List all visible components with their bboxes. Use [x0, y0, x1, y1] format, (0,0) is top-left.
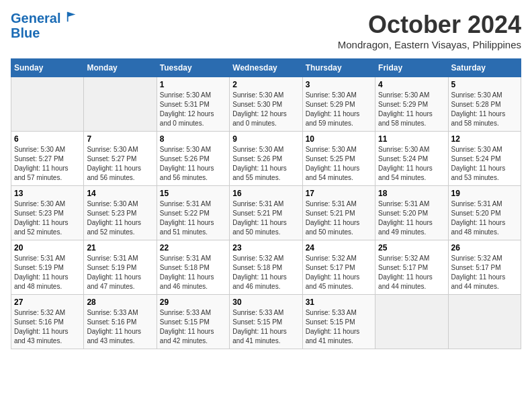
- logo-flag-icon: [66, 11, 78, 23]
- day-number: 2: [232, 80, 299, 89]
- day-info: Sunrise: 5:33 AM Sunset: 5:16 PM Dayligh…: [87, 308, 153, 346]
- day-number: 17: [306, 189, 372, 198]
- day-number: 26: [451, 243, 518, 253]
- calendar-cell: 25Sunrise: 5:32 AM Sunset: 5:17 PM Dayli…: [375, 240, 448, 295]
- month-title: October 2024: [338, 11, 521, 39]
- day-number: 31: [306, 298, 372, 307]
- calendar-cell: 22Sunrise: 5:31 AM Sunset: 5:18 PM Dayli…: [157, 240, 229, 295]
- calendar-cell: 9Sunrise: 5:30 AM Sunset: 5:26 PM Daylig…: [230, 132, 302, 186]
- day-info: Sunrise: 5:32 AM Sunset: 5:17 PM Dayligh…: [306, 254, 372, 291]
- header-day-wednesday: Wednesday: [230, 59, 302, 77]
- day-info: Sunrise: 5:32 AM Sunset: 5:16 PM Dayligh…: [14, 308, 81, 346]
- calendar-cell: 11Sunrise: 5:30 AM Sunset: 5:24 PM Dayli…: [375, 132, 448, 186]
- day-number: 28: [87, 298, 153, 307]
- day-info: Sunrise: 5:30 AM Sunset: 5:24 PM Dayligh…: [378, 145, 445, 183]
- day-number: 3: [306, 80, 372, 89]
- calendar-cell: 7Sunrise: 5:30 AM Sunset: 5:27 PM Daylig…: [84, 132, 157, 186]
- calendar-cell: 18Sunrise: 5:31 AM Sunset: 5:20 PM Dayli…: [375, 186, 448, 240]
- day-info: Sunrise: 5:31 AM Sunset: 5:19 PM Dayligh…: [87, 254, 153, 291]
- day-number: 29: [160, 298, 226, 307]
- calendar-cell: 3Sunrise: 5:30 AM Sunset: 5:29 PM Daylig…: [302, 77, 375, 132]
- calendar-cell: 16Sunrise: 5:31 AM Sunset: 5:21 PM Dayli…: [230, 186, 302, 240]
- day-info: Sunrise: 5:31 AM Sunset: 5:21 PM Dayligh…: [232, 199, 299, 237]
- day-info: Sunrise: 5:30 AM Sunset: 5:26 PM Dayligh…: [232, 145, 299, 183]
- calendar-cell: 31Sunrise: 5:33 AM Sunset: 5:15 PM Dayli…: [302, 295, 375, 349]
- calendar-cell: [11, 77, 84, 132]
- day-info: Sunrise: 5:31 AM Sunset: 5:21 PM Dayligh…: [306, 199, 372, 237]
- day-info: Sunrise: 5:32 AM Sunset: 5:18 PM Dayligh…: [232, 254, 299, 291]
- day-number: 22: [160, 243, 226, 253]
- day-info: Sunrise: 5:31 AM Sunset: 5:19 PM Dayligh…: [14, 254, 81, 291]
- day-number: 14: [87, 189, 153, 198]
- day-info: Sunrise: 5:30 AM Sunset: 5:30 PM Dayligh…: [232, 91, 299, 128]
- day-info: Sunrise: 5:31 AM Sunset: 5:22 PM Dayligh…: [160, 199, 226, 237]
- day-number: 13: [14, 189, 81, 198]
- calendar-cell: 13Sunrise: 5:30 AM Sunset: 5:23 PM Dayli…: [11, 186, 84, 240]
- day-info: Sunrise: 5:31 AM Sunset: 5:20 PM Dayligh…: [378, 199, 445, 237]
- calendar-cell: 4Sunrise: 5:30 AM Sunset: 5:29 PM Daylig…: [375, 77, 448, 132]
- calendar-cell: 1Sunrise: 5:30 AM Sunset: 5:31 PM Daylig…: [157, 77, 229, 132]
- calendar-cell: 17Sunrise: 5:31 AM Sunset: 5:21 PM Dayli…: [302, 186, 375, 240]
- day-number: 8: [160, 134, 226, 144]
- day-info: Sunrise: 5:32 AM Sunset: 5:17 PM Dayligh…: [378, 254, 445, 291]
- title-area: October 2024 Mondragon, Eastern Visayas,…: [338, 11, 521, 50]
- header-day-monday: Monday: [84, 59, 157, 77]
- calendar-cell: [84, 77, 157, 132]
- day-info: Sunrise: 5:30 AM Sunset: 5:23 PM Dayligh…: [87, 199, 153, 237]
- calendar-table: SundayMondayTuesdayWednesdayThursdayFrid…: [11, 58, 521, 349]
- day-info: Sunrise: 5:31 AM Sunset: 5:18 PM Dayligh…: [160, 254, 226, 291]
- day-number: 18: [378, 189, 445, 198]
- calendar-cell: 14Sunrise: 5:30 AM Sunset: 5:23 PM Dayli…: [84, 186, 157, 240]
- week-row-1: 1Sunrise: 5:30 AM Sunset: 5:31 PM Daylig…: [11, 77, 521, 132]
- day-info: Sunrise: 5:30 AM Sunset: 5:27 PM Dayligh…: [87, 145, 153, 183]
- header-day-friday: Friday: [375, 59, 448, 77]
- calendar-cell: 20Sunrise: 5:31 AM Sunset: 5:19 PM Dayli…: [11, 240, 84, 295]
- day-number: 1: [160, 80, 226, 89]
- day-number: 25: [378, 243, 445, 253]
- header-day-tuesday: Tuesday: [157, 59, 229, 77]
- day-info: Sunrise: 5:30 AM Sunset: 5:28 PM Dayligh…: [451, 91, 518, 128]
- day-info: Sunrise: 5:31 AM Sunset: 5:20 PM Dayligh…: [451, 199, 518, 237]
- calendar-cell: 24Sunrise: 5:32 AM Sunset: 5:17 PM Dayli…: [302, 240, 375, 295]
- day-number: 5: [451, 80, 518, 89]
- day-info: Sunrise: 5:33 AM Sunset: 5:15 PM Dayligh…: [232, 308, 299, 346]
- day-number: 20: [14, 243, 81, 253]
- day-number: 24: [306, 243, 372, 253]
- week-row-2: 6Sunrise: 5:30 AM Sunset: 5:27 PM Daylig…: [11, 132, 521, 186]
- header-day-thursday: Thursday: [302, 59, 375, 77]
- week-row-4: 20Sunrise: 5:31 AM Sunset: 5:19 PM Dayli…: [11, 240, 521, 295]
- calendar-cell: 21Sunrise: 5:31 AM Sunset: 5:19 PM Dayli…: [84, 240, 157, 295]
- day-number: 21: [87, 243, 153, 253]
- day-info: Sunrise: 5:30 AM Sunset: 5:27 PM Dayligh…: [14, 145, 81, 183]
- header: General Blue October 2024 Mondragon, Eas…: [11, 11, 521, 50]
- day-number: 27: [14, 298, 81, 307]
- calendar-cell: 8Sunrise: 5:30 AM Sunset: 5:26 PM Daylig…: [157, 132, 229, 186]
- calendar-cell: 5Sunrise: 5:30 AM Sunset: 5:28 PM Daylig…: [448, 77, 521, 132]
- calendar-cell: 6Sunrise: 5:30 AM Sunset: 5:27 PM Daylig…: [11, 132, 84, 186]
- day-info: Sunrise: 5:33 AM Sunset: 5:15 PM Dayligh…: [306, 308, 372, 346]
- calendar-cell: 10Sunrise: 5:30 AM Sunset: 5:25 PM Dayli…: [302, 132, 375, 186]
- day-number: 12: [451, 134, 518, 144]
- calendar-cell: [448, 295, 521, 349]
- day-number: 9: [232, 134, 299, 144]
- day-info: Sunrise: 5:30 AM Sunset: 5:31 PM Dayligh…: [160, 91, 226, 128]
- day-info: Sunrise: 5:32 AM Sunset: 5:17 PM Dayligh…: [451, 254, 518, 291]
- header-day-sunday: Sunday: [11, 59, 84, 77]
- calendar-cell: 2Sunrise: 5:30 AM Sunset: 5:30 PM Daylig…: [230, 77, 302, 132]
- calendar-cell: 30Sunrise: 5:33 AM Sunset: 5:15 PM Dayli…: [230, 295, 302, 349]
- day-number: 4: [378, 80, 445, 89]
- day-number: 15: [160, 189, 226, 198]
- day-info: Sunrise: 5:30 AM Sunset: 5:25 PM Dayligh…: [306, 145, 372, 183]
- calendar-cell: [375, 295, 448, 349]
- logo-text2: Blue: [11, 26, 78, 40]
- day-number: 6: [14, 134, 81, 144]
- day-info: Sunrise: 5:30 AM Sunset: 5:29 PM Dayligh…: [306, 91, 372, 128]
- day-number: 16: [232, 189, 299, 198]
- day-number: 11: [378, 134, 445, 144]
- day-info: Sunrise: 5:30 AM Sunset: 5:26 PM Dayligh…: [160, 145, 226, 183]
- calendar-cell: 23Sunrise: 5:32 AM Sunset: 5:18 PM Dayli…: [230, 240, 302, 295]
- header-day-saturday: Saturday: [448, 59, 521, 77]
- day-info: Sunrise: 5:30 AM Sunset: 5:24 PM Dayligh…: [451, 145, 518, 183]
- header-row: SundayMondayTuesdayWednesdayThursdayFrid…: [11, 59, 521, 77]
- calendar-cell: 27Sunrise: 5:32 AM Sunset: 5:16 PM Dayli…: [11, 295, 84, 349]
